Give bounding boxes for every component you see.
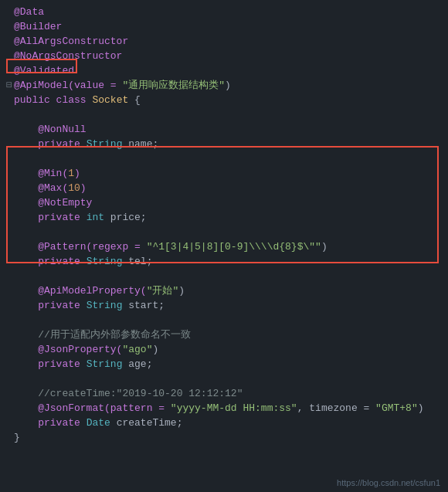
token: //用于适配内外部参数命名不一致 <box>14 329 191 341</box>
token: String <box>87 358 129 370</box>
gutter-arrow <box>6 19 14 34</box>
code-text: //createTime:"2019-10-20 12:12:12" <box>14 386 243 401</box>
token: @Builder <box>14 21 62 32</box>
gutter-arrow <box>6 239 14 254</box>
gutter-arrow <box>6 269 14 283</box>
code-text: private String name; <box>14 137 158 151</box>
gutter-arrow <box>6 122 14 137</box>
token: private <box>38 212 86 223</box>
token: @JsonProperty( <box>14 344 122 355</box>
token: name; <box>128 138 158 150</box>
gutter-arrow <box>6 313 14 327</box>
token: @JsonFormat(pattern = <box>14 402 171 414</box>
token: @Validated <box>14 65 74 76</box>
token: ) <box>178 285 185 297</box>
code-line <box>0 269 448 283</box>
token: tel; <box>128 256 152 267</box>
token: } <box>14 432 20 443</box>
token: Date <box>87 417 117 429</box>
code-line: //createTime:"2019-10-20 12:12:12" <box>0 386 448 401</box>
token: private <box>38 300 86 311</box>
token: String <box>87 138 129 150</box>
code-line: private String age; <box>0 357 448 372</box>
code-text: @Builder <box>14 19 62 34</box>
gutter-arrow <box>6 327 14 342</box>
code-line: @NonNull <box>0 122 448 137</box>
code-text: private String start; <box>14 298 165 313</box>
token: , timezone = <box>297 402 375 414</box>
code-text: //用于适配内外部参数命名不一致 <box>14 327 191 342</box>
gutter-arrow <box>6 210 14 225</box>
code-line: private int price; <box>0 210 448 225</box>
token: ) <box>321 241 328 253</box>
gutter-arrow <box>6 401 14 416</box>
token: public <box>14 94 56 106</box>
code-line: private String name; <box>0 137 448 151</box>
token: "ago" <box>122 344 152 355</box>
code-line: @AllArgsConstructor <box>0 34 448 49</box>
token <box>14 138 38 150</box>
gutter-arrow <box>6 34 14 49</box>
code-line: @Min(1) <box>0 166 448 181</box>
code-line <box>0 372 448 386</box>
code-text: @JsonProperty("ago") <box>14 342 158 357</box>
code-text: @ApiModelProperty("开始") <box>14 283 185 298</box>
gutter-arrow <box>6 225 14 239</box>
code-text: private String tel; <box>14 254 152 269</box>
token: ) <box>80 182 87 194</box>
token: ) <box>74 168 80 179</box>
token: "yyyy-MM-dd HH:mm:ss" <box>171 402 297 414</box>
code-line <box>0 313 448 327</box>
code-line <box>0 225 448 239</box>
token: private <box>38 358 86 370</box>
gutter-arrow <box>6 195 14 210</box>
token <box>14 212 38 223</box>
code-text: public class Socket { <box>14 93 141 107</box>
token: int <box>87 212 110 223</box>
code-line <box>0 151 448 166</box>
gutter-arrow: ⊟ <box>6 78 14 93</box>
gutter-arrow <box>6 416 14 430</box>
code-text <box>14 107 20 122</box>
code-line: public class Socket { <box>0 93 448 107</box>
token: start; <box>128 300 165 311</box>
token: @ApiModel(value = <box>14 80 122 91</box>
code-line: //用于适配内外部参数命名不一致 <box>0 327 448 342</box>
token: 10 <box>68 182 80 194</box>
token: "GMT+8" <box>375 402 418 414</box>
code-line: private Date createTime; <box>0 416 448 430</box>
token: @Min( <box>14 168 68 179</box>
footer-url: https://blog.csdn.net/csfun1 <box>337 478 440 487</box>
token: @NonNull <box>14 124 87 135</box>
token: private <box>38 256 86 267</box>
code-line: @NotEmpty <box>0 195 448 210</box>
token: @ApiModelProperty( <box>14 285 147 297</box>
code-text: @Pattern(regexp = "^1[3|4|5|8][0-9]\\\\d… <box>14 239 328 254</box>
code-text: @Min(1) <box>14 166 80 181</box>
code-text <box>14 225 20 239</box>
code-text: private Date createTime; <box>14 416 182 430</box>
code-editor: @Data @Builder @AllArgsConstructor @NoAr… <box>0 0 448 492</box>
token: @Pattern(regexp = <box>14 241 147 253</box>
code-line: @Validated <box>0 63 448 78</box>
gutter-arrow <box>6 181 14 195</box>
token: 1 <box>68 168 74 179</box>
code-line: @Pattern(regexp = "^1[3|4|5|8][0-9]\\\\d… <box>0 239 448 254</box>
code-text <box>14 269 20 283</box>
gutter-arrow <box>6 342 14 357</box>
code-line: @Builder <box>0 19 448 34</box>
gutter-arrow <box>6 93 14 107</box>
token: @NotEmpty <box>14 197 92 209</box>
code-text: @NonNull <box>14 122 87 137</box>
token: createTime; <box>117 417 183 429</box>
token: @NoArgsConstructor <box>14 50 122 62</box>
gutter-arrow <box>6 63 14 78</box>
token: Socket <box>92 94 134 106</box>
token <box>14 256 38 267</box>
token: "开始" <box>147 285 179 297</box>
token: //createTime:"2019-10-20 12:12:12" <box>14 388 243 399</box>
code-line: @NoArgsConstructor <box>0 49 448 63</box>
code-line: @Max(10) <box>0 181 448 195</box>
code-text: @AllArgsConstructor <box>14 34 128 49</box>
token: @AllArgsConstructor <box>14 36 128 47</box>
